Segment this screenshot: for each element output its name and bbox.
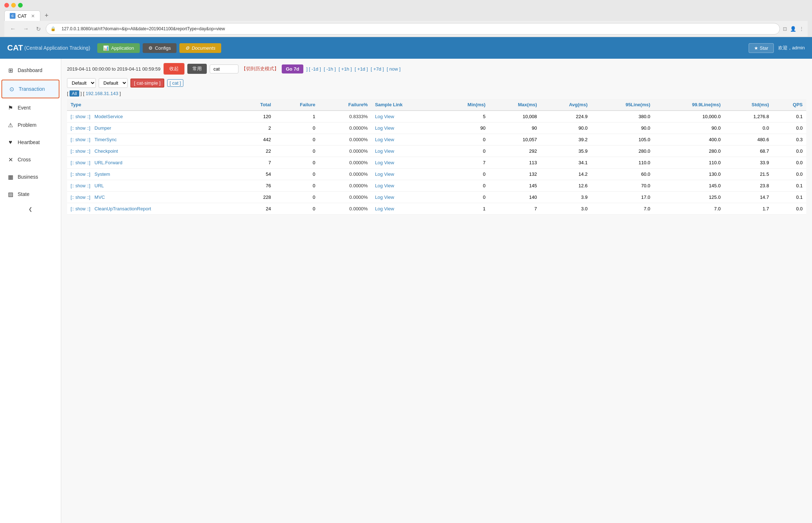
cell-min-8: 1 <box>440 203 489 215</box>
log-view-link-0[interactable]: Log View <box>375 114 394 119</box>
sidebar-item-dashboard[interactable]: ⊞ Dashboard <box>0 62 61 79</box>
sidebar-collapse-button[interactable]: ❮ <box>0 203 61 215</box>
nav-plus-1d[interactable]: [ +1d ] <box>355 66 368 72</box>
cell-p999-4: 110.0 <box>654 157 724 169</box>
cell-min-5: 0 <box>440 169 489 180</box>
common-button[interactable]: 常用 <box>187 64 207 74</box>
forward-button[interactable]: → <box>21 25 31 33</box>
nav-plus-7d[interactable]: [ +7d ] <box>371 66 384 72</box>
log-view-link-8[interactable]: Log View <box>375 206 394 211</box>
log-view-link-2[interactable]: Log View <box>375 137 394 142</box>
sidebar-item-heartbeat[interactable]: ♥ Heartbeat <box>0 134 61 151</box>
translate-icon[interactable]: ⊡ <box>783 26 787 32</box>
type-link-1[interactable]: Dumper <box>94 125 111 131</box>
cell-sample-3: Log View <box>371 146 440 157</box>
cell-avg-7: 3.9 <box>541 192 591 203</box>
cell-sample-0: Log View <box>371 111 440 122</box>
sidebar-item-business[interactable]: ▦ Business <box>0 168 61 185</box>
nav-now[interactable]: [ now ] <box>387 66 401 72</box>
traffic-light-close[interactable] <box>4 3 9 8</box>
star-button[interactable]: ★ Star <box>749 43 773 53</box>
new-tab-button[interactable]: + <box>42 10 52 21</box>
url-input[interactable] <box>58 25 775 33</box>
log-view-link-4[interactable]: Log View <box>375 160 394 165</box>
type-link-6[interactable]: URL <box>94 183 104 188</box>
menu-icon[interactable]: ⋮ <box>799 26 804 32</box>
cell-total-2: 442 <box>239 134 275 146</box>
log-view-link-5[interactable]: Log View <box>375 171 394 177</box>
nav-minus-1h[interactable]: [ -1h ] <box>324 66 336 72</box>
cell-sample-4: Log View <box>371 157 440 169</box>
cell-total-0: 120 <box>239 111 275 122</box>
log-view-link-3[interactable]: Log View <box>375 148 394 154</box>
cell-show-6: [:: show ::] URL <box>67 180 239 192</box>
sidebar-item-transaction[interactable]: ⊙ Transaction <box>1 80 59 98</box>
cell-failure-pct-8: 0.0000% <box>319 203 371 215</box>
cell-p95-3: 280.0 <box>591 146 654 157</box>
nav-documents-button[interactable]: ⚙ Documents <box>179 43 221 53</box>
back-button[interactable]: ← <box>8 25 18 33</box>
show-link-4[interactable]: [:: show ::] <box>71 160 90 165</box>
table-row: [:: show ::] CleanUpTransactionReport 24… <box>67 203 806 215</box>
log-view-link-6[interactable]: Log View <box>375 183 394 188</box>
sidebar-item-state[interactable]: ▨ State <box>0 185 61 203</box>
browser-tab[interactable]: C CAT ✕ <box>4 10 40 21</box>
transaction-icon: ⊙ <box>8 85 15 93</box>
show-link-7[interactable]: [:: show ::] <box>71 195 90 200</box>
nav-configs-button[interactable]: ⚙ Configs <box>143 43 177 53</box>
cell-qps-5: 0.0 <box>773 169 806 180</box>
tag-cat[interactable]: [ cat ] <box>167 79 184 87</box>
sidebar-label-heartbeat: Heartbeat <box>18 139 40 145</box>
cell-min-1: 90 <box>440 122 489 134</box>
tab-title: CAT <box>18 13 27 19</box>
lock-icon: 🔒 <box>50 26 56 31</box>
cell-avg-3: 35.9 <box>541 146 591 157</box>
sidebar-item-event[interactable]: ⚑ Event <box>0 99 61 116</box>
tag-cat-simple[interactable]: [ cat-simple ] <box>130 79 164 88</box>
cell-p999-3: 280.0 <box>654 146 724 157</box>
type-link-2[interactable]: TimerSync <box>94 137 117 142</box>
show-link-3[interactable]: [:: show ::] <box>71 149 90 154</box>
go-button[interactable]: Go 7d <box>282 64 304 73</box>
profile-icon[interactable]: 👤 <box>790 26 796 32</box>
nav-application-button[interactable]: 📊 Application <box>97 43 140 53</box>
domain-select-1[interactable]: Default <box>67 78 96 88</box>
show-link-0[interactable]: [:: show ::] <box>71 114 90 119</box>
search-input[interactable] <box>210 64 238 73</box>
log-view-link-7[interactable]: Log View <box>375 195 394 200</box>
type-link-7[interactable]: MVC <box>94 195 105 200</box>
history-mode-button[interactable]: 【切到历史模式】 <box>241 66 279 72</box>
show-link-5[interactable]: [:: show ::] <box>71 172 90 177</box>
tab-close-icon[interactable]: ✕ <box>31 13 35 19</box>
ip-all-link[interactable]: All <box>70 90 79 97</box>
ip-address-link[interactable]: 192.168.31.143 <box>86 91 118 96</box>
col-std: Std(ms) <box>724 99 772 111</box>
domain-select-2[interactable]: Default <box>99 78 128 88</box>
main-content: 2019-04-11 00:00:00 to 2019-04-11 00:59:… <box>61 59 812 523</box>
cell-p95-0: 380.0 <box>591 111 654 122</box>
type-link-0[interactable]: ModelService <box>94 114 123 119</box>
cell-show-4: [:: show ::] URL.Forward <box>67 157 239 169</box>
refresh-button[interactable]: ↻ <box>34 25 43 33</box>
sidebar-item-problem[interactable]: ⚠ Problem <box>0 116 61 134</box>
show-link-2[interactable]: [:: show ::] <box>71 137 90 142</box>
nav-plus-1h[interactable]: [ +1h ] <box>339 66 352 72</box>
type-link-3[interactable]: Checkpoint <box>94 148 118 154</box>
show-link-6[interactable]: [:: show ::] <box>71 183 90 188</box>
type-link-8[interactable]: CleanUpTransactionReport <box>94 206 151 211</box>
show-link-1[interactable]: [:: show ::] <box>71 126 90 131</box>
cell-max-5: 132 <box>489 169 541 180</box>
show-link-8[interactable]: [:: show ::] <box>71 206 90 211</box>
type-link-4[interactable]: URL.Forward <box>94 160 122 165</box>
cell-std-7: 14.7 <box>724 192 772 203</box>
collect-button[interactable]: 收起 <box>164 64 184 74</box>
nav-minus-1d[interactable]: ] [ -1d ] <box>306 66 321 72</box>
cell-failure-6: 0 <box>275 180 319 192</box>
log-view-link-1[interactable]: Log View <box>375 125 394 131</box>
traffic-light-minimize[interactable] <box>11 3 16 8</box>
traffic-light-maximize[interactable] <box>18 3 23 8</box>
cell-max-0: 10,008 <box>489 111 541 122</box>
sidebar-item-cross[interactable]: ✕ Cross <box>0 151 61 168</box>
cell-avg-4: 34.1 <box>541 157 591 169</box>
type-link-5[interactable]: System <box>94 171 110 177</box>
